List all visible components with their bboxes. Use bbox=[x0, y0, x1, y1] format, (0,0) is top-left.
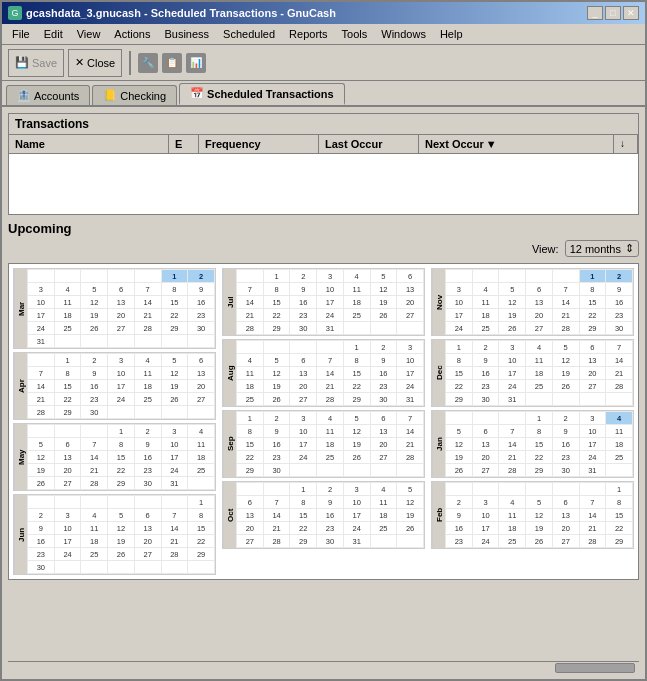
menu-help[interactable]: Help bbox=[434, 26, 469, 42]
menu-windows[interactable]: Windows bbox=[375, 26, 432, 42]
menu-file[interactable]: File bbox=[6, 26, 36, 42]
col-next-occur[interactable]: Next Occur ▼ bbox=[419, 135, 614, 153]
month-label-jan: Jan bbox=[432, 411, 445, 477]
cal-day: 18 bbox=[188, 451, 215, 464]
month-label-aug: Aug bbox=[223, 340, 236, 406]
cal-day: 12 bbox=[370, 283, 397, 296]
maximize-button[interactable]: □ bbox=[605, 6, 621, 20]
cal-day: 21 bbox=[579, 522, 606, 535]
cal-day: 7 bbox=[134, 283, 161, 296]
toolbar-icon-3[interactable]: 📊 bbox=[186, 53, 206, 73]
view-select[interactable]: 12 months ⇕ bbox=[565, 240, 639, 257]
menu-tools[interactable]: Tools bbox=[336, 26, 374, 42]
close-tab-button[interactable]: ✕ Close bbox=[68, 49, 122, 77]
cal-day: 18 bbox=[134, 380, 161, 393]
cal-day: 9 bbox=[472, 354, 499, 367]
cal-day: 1 bbox=[526, 412, 553, 425]
cal-day: 22 bbox=[161, 309, 188, 322]
cal-day: 10 bbox=[54, 522, 81, 535]
transactions-section-header: Transactions bbox=[9, 114, 638, 135]
cal-day: 28 bbox=[134, 322, 161, 335]
tab-scheduled-transactions[interactable]: 📅 Scheduled Transactions bbox=[179, 83, 345, 105]
cal-day: 27 bbox=[108, 322, 135, 335]
cal-day: 19 bbox=[397, 509, 424, 522]
cal-day bbox=[161, 496, 188, 509]
title-bar: G gcashdata_3.gnucash - Scheduled Transa… bbox=[2, 2, 645, 24]
col-last-occur: Last Occur bbox=[319, 135, 419, 153]
cal-day: 12 bbox=[81, 296, 108, 309]
cal-day: 28 bbox=[263, 535, 290, 548]
cal-day: 16 bbox=[263, 438, 290, 451]
cal-day bbox=[54, 425, 81, 438]
cal-day: 10 bbox=[161, 438, 188, 451]
tab-accounts[interactable]: 🏦 Accounts bbox=[6, 85, 90, 105]
horizontal-scrollbar[interactable] bbox=[8, 661, 639, 673]
month-label-sep: Sep bbox=[223, 411, 236, 477]
menu-business[interactable]: Business bbox=[158, 26, 215, 42]
cal-day: 16 bbox=[290, 296, 317, 309]
cal-day: 20 bbox=[526, 309, 553, 322]
save-button[interactable]: 💾 Save bbox=[8, 49, 64, 77]
cal-day: 4 bbox=[606, 412, 633, 425]
cal-day: 16 bbox=[28, 535, 55, 548]
cal-day: 9 bbox=[263, 425, 290, 438]
cal-day bbox=[499, 270, 526, 283]
cal-day: 29 bbox=[188, 548, 215, 561]
cal-day: 10 bbox=[446, 296, 473, 309]
cal-day: 1 bbox=[263, 270, 290, 283]
cal-day: 1 bbox=[446, 341, 473, 354]
cal-day: 25 bbox=[343, 309, 370, 322]
cal-day: 5 bbox=[263, 354, 290, 367]
close-window-button[interactable]: ✕ bbox=[623, 6, 639, 20]
tab-checking[interactable]: 📒 Checking bbox=[92, 85, 177, 105]
cal-day: 12 bbox=[397, 496, 424, 509]
cal-day: 28 bbox=[579, 535, 606, 548]
cal-day: 13 bbox=[397, 283, 424, 296]
cal-day: 18 bbox=[237, 380, 264, 393]
cal-day: 4 bbox=[343, 270, 370, 283]
cal-day: 28 bbox=[317, 393, 344, 406]
cal-day: 12 bbox=[526, 509, 553, 522]
cal-day bbox=[263, 483, 290, 496]
cal-day: 13 bbox=[472, 438, 499, 451]
menu-scheduled[interactable]: Scheduled bbox=[217, 26, 281, 42]
cal-day: 25 bbox=[317, 451, 344, 464]
cal-day bbox=[397, 464, 424, 477]
cal-day: 4 bbox=[499, 496, 526, 509]
cal-day: 31 bbox=[343, 535, 370, 548]
cal-day: 2 bbox=[606, 270, 633, 283]
cal-day: 8 bbox=[188, 509, 215, 522]
minimize-button[interactable]: _ bbox=[587, 6, 603, 20]
menu-edit[interactable]: Edit bbox=[38, 26, 69, 42]
toolbar-icon-2[interactable]: 📋 bbox=[162, 53, 182, 73]
cal-day: 15 bbox=[526, 438, 553, 451]
cal-day bbox=[108, 496, 135, 509]
cal-day: 19 bbox=[370, 296, 397, 309]
scrollbar-thumb[interactable] bbox=[555, 663, 635, 673]
month-label-nov: Nov bbox=[432, 269, 445, 335]
cal-day: 30 bbox=[81, 406, 108, 419]
cal-day: 14 bbox=[237, 296, 264, 309]
menu-reports[interactable]: Reports bbox=[283, 26, 334, 42]
cal-day: 30 bbox=[290, 322, 317, 335]
cal-day: 9 bbox=[552, 425, 579, 438]
cal-day: 14 bbox=[161, 522, 188, 535]
title-buttons: _ □ ✕ bbox=[587, 6, 639, 20]
cal-day: 1 bbox=[54, 354, 81, 367]
cal-day bbox=[108, 270, 135, 283]
menu-actions[interactable]: Actions bbox=[108, 26, 156, 42]
toolbar-icon-1[interactable]: 🔧 bbox=[138, 53, 158, 73]
cal-day bbox=[397, 322, 424, 335]
cal-day bbox=[552, 270, 579, 283]
main-content: Transactions Name E Frequency Last Occur… bbox=[2, 107, 645, 679]
cal-day: 3 bbox=[317, 270, 344, 283]
main-window: G gcashdata_3.gnucash - Scheduled Transa… bbox=[0, 0, 647, 681]
cal-day bbox=[161, 335, 188, 348]
cal-day: 4 bbox=[526, 341, 553, 354]
cal-day bbox=[526, 393, 553, 406]
col-sort-icon[interactable]: ↓ bbox=[614, 135, 638, 153]
menu-view[interactable]: View bbox=[71, 26, 107, 42]
cal-day bbox=[237, 483, 264, 496]
cal-day: 8 bbox=[161, 283, 188, 296]
cal-day: 9 bbox=[28, 522, 55, 535]
